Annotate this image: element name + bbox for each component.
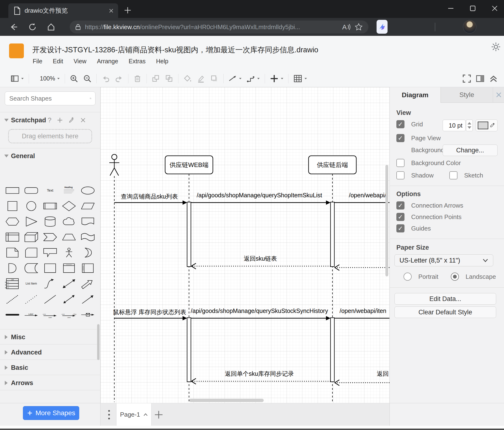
message-label[interactable]: 返回单个sku库存同步记录 (225, 370, 294, 377)
to-back-button[interactable] (165, 74, 173, 83)
connection-arrows-checkbox[interactable] (396, 201, 405, 209)
fill-color-button[interactable] (183, 74, 192, 83)
shape-rounded-rectangle[interactable] (22, 183, 41, 198)
shape-triangle[interactable] (22, 214, 41, 229)
collapse-icon[interactable] (489, 74, 498, 83)
shape-or[interactable] (79, 245, 97, 260)
scratchpad-help-icon[interactable]: ? (48, 116, 52, 124)
lifeline-web-box[interactable]: 供应链WEB端 (165, 156, 213, 174)
line-color-button[interactable] (197, 74, 205, 83)
tab-style[interactable]: Style (441, 87, 493, 103)
zoom-in-button[interactable] (70, 74, 78, 83)
delete-button[interactable] (133, 74, 142, 83)
message-label[interactable]: 返回 (377, 370, 389, 377)
redo-button[interactable] (115, 74, 123, 83)
message-label[interactable]: /open/webapi/ (349, 192, 386, 198)
home-icon[interactable] (46, 22, 56, 32)
shape-arrow-source-label[interactable]: SourceLabel (41, 307, 59, 322)
background-color-checkbox[interactable] (396, 159, 405, 167)
shape-rectangle[interactable] (3, 183, 22, 198)
lifeline-backend-box[interactable]: 供应链后端 (309, 156, 356, 174)
shape-dotted-line[interactable] (22, 291, 41, 307)
refresh-icon[interactable] (28, 22, 37, 32)
section-arrows[interactable]: Arrows (0, 377, 100, 389)
menu-view[interactable]: View (73, 58, 86, 65)
shape-cube[interactable] (22, 229, 41, 245)
paper-size-select[interactable]: US-Letter (8,5" x 11") (395, 254, 493, 266)
actor-figure[interactable] (109, 154, 119, 176)
shadow-checkbox[interactable] (396, 171, 405, 179)
shape-heading[interactable]: Heading (60, 183, 79, 198)
message-label[interactable]: /open/webapi/iten (340, 308, 386, 314)
connection-style-button[interactable] (228, 74, 242, 83)
maximize-icon[interactable] (469, 4, 477, 12)
shape-tape[interactable] (79, 229, 97, 245)
fullscreen-icon[interactable] (462, 74, 472, 83)
shape-bidirectional-arrow[interactable] (60, 276, 79, 291)
tab-diagram[interactable]: Diagram (390, 87, 441, 103)
profile-avatar[interactable] (463, 20, 476, 33)
theme-toggle-icon[interactable] (491, 42, 501, 52)
url-text[interactable]: https://file.kkview.cn/onlinePreview?url… (85, 23, 341, 31)
waypoints-button[interactable] (246, 74, 260, 83)
canvas-horizontal-scrollbar[interactable] (189, 399, 264, 402)
grid-size-stepper[interactable] (466, 120, 473, 131)
shape-card[interactable] (22, 245, 41, 260)
shape-square[interactable] (3, 198, 22, 214)
message-label[interactable]: /api/goods/shopManage/queryShopItemSkuLi… (197, 192, 322, 198)
shape-ellipse[interactable] (79, 183, 97, 198)
search-input[interactable] (9, 95, 90, 103)
section-misc[interactable]: Misc (0, 331, 100, 343)
minimize-icon[interactable] (447, 4, 455, 12)
landscape-option[interactable]: Landscape (451, 272, 496, 281)
zoom-level-button[interactable]: 100% (34, 75, 60, 82)
favorite-star-icon[interactable] (354, 22, 363, 32)
scratchpad-edit-icon[interactable] (68, 117, 75, 123)
page-tab[interactable]: Page-1 (116, 403, 152, 426)
page-view-checkbox[interactable] (396, 134, 405, 142)
return-messages[interactable] (192, 266, 389, 383)
grid-color-button[interactable] (476, 120, 498, 131)
grid-size-input[interactable] (443, 120, 466, 131)
shape-line[interactable] (41, 291, 59, 307)
shape-text[interactable]: Text (41, 183, 59, 198)
clear-default-style-button[interactable]: Clear Default Style (395, 307, 496, 318)
menu-file[interactable]: File (33, 58, 42, 65)
message-label[interactable]: 查询店铺商品sku列表 (121, 193, 178, 200)
read-aloud-icon[interactable]: A (341, 23, 350, 31)
shape-message-arrow[interactable] (79, 307, 97, 322)
shape-horizontal-container[interactable] (79, 260, 97, 276)
view-panel-button[interactable] (10, 74, 24, 83)
shape-vertical-container[interactable] (60, 260, 79, 276)
sidebar-scrollbar[interactable] (97, 324, 99, 360)
portrait-radio[interactable] (404, 272, 412, 281)
shape-directional-connector[interactable] (79, 291, 97, 307)
sketch-checkbox[interactable] (449, 171, 458, 179)
menu-edit[interactable]: Edit (53, 58, 63, 65)
shape-bidirectional-connector[interactable] (60, 291, 79, 307)
close-icon[interactable] (491, 4, 499, 12)
shape-parallelogram[interactable] (79, 198, 97, 214)
section-advanced[interactable]: Advanced (0, 346, 100, 359)
shape-diamond[interactable] (60, 198, 79, 214)
connection-points-checkbox[interactable] (396, 213, 405, 221)
tab-close-icon[interactable] (108, 8, 114, 13)
canvas-vertical-scrollbar[interactable] (385, 165, 388, 276)
scratchpad-add-icon[interactable] (57, 117, 63, 123)
shape-actor[interactable] (60, 245, 79, 260)
add-page-icon[interactable] (154, 410, 163, 420)
shape-internal-storage[interactable] (3, 229, 22, 245)
bird-extension-icon[interactable] (377, 20, 387, 34)
shape-cloud[interactable] (60, 214, 79, 229)
undo-button[interactable] (101, 74, 110, 83)
shape-arrow-with-label[interactable]: Label (22, 307, 41, 322)
shape-callout[interactable] (41, 245, 59, 260)
shape-note[interactable] (3, 245, 22, 260)
shape-container[interactable] (41, 260, 59, 276)
collapse-arrow-icon[interactable] (4, 155, 9, 158)
activation-bars[interactable] (187, 202, 334, 382)
shape-arrow[interactable] (79, 276, 97, 291)
pages-menu-icon[interactable] (107, 410, 111, 420)
format-panel-icon[interactable] (475, 74, 485, 83)
background-change-button[interactable]: Change... (443, 145, 498, 156)
